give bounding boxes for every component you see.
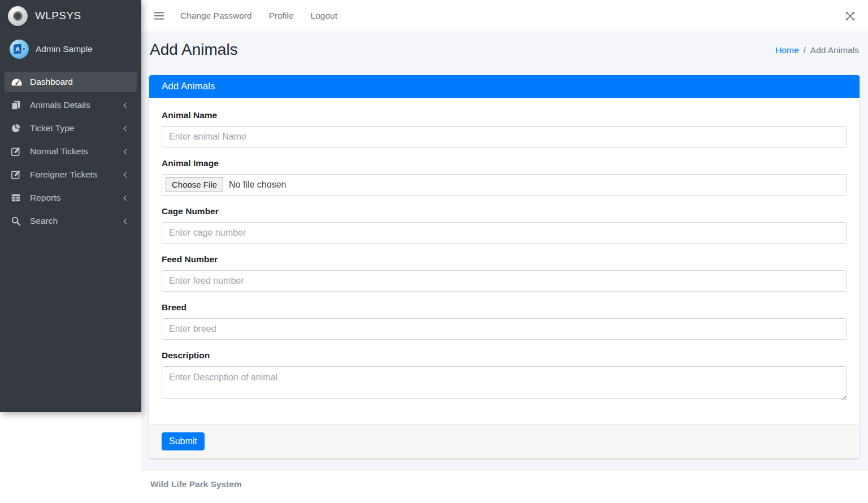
form-group-feed-number: Feed Number xyxy=(162,254,847,292)
sidebar-item-normal-tickets[interactable]: Normal Tickets xyxy=(5,141,137,162)
add-animals-card: Add Animals Animal Name Animal Image Cho… xyxy=(149,75,860,458)
sidebar-item-label: Animals Details xyxy=(30,100,124,110)
feed-number-label: Feed Number xyxy=(162,254,847,264)
animal-name-label: Animal Name xyxy=(162,110,847,120)
choose-file-button[interactable]: Choose File xyxy=(166,177,223,192)
footer-text: Wild Life Park System xyxy=(150,479,242,489)
breadcrumb-separator: / xyxy=(804,45,806,55)
page-title: Add Animals xyxy=(150,41,238,59)
edit-icon xyxy=(11,147,28,156)
expand-icon[interactable] xyxy=(845,11,855,21)
animal-image-file-input[interactable]: Choose File No file chosen xyxy=(162,174,847,196)
sidebar-nav: Dashboard Animals Details Ticket Type No… xyxy=(0,67,141,239)
chevron-left-icon xyxy=(124,218,129,224)
chevron-left-icon xyxy=(124,125,129,131)
submit-button[interactable]: Submit xyxy=(162,432,205,450)
breed-label: Breed xyxy=(162,302,847,313)
navbar-link-profile[interactable]: Profile xyxy=(261,6,302,25)
gear-icon xyxy=(21,47,26,51)
avatar: A xyxy=(10,40,29,59)
sidebar-item-foreigner-tickets[interactable]: Foreigner Tickets xyxy=(5,164,137,185)
user-panel[interactable]: A Admin Sample xyxy=(0,32,141,67)
cage-number-input[interactable] xyxy=(162,222,847,244)
form-group-breed: Breed xyxy=(162,302,847,340)
sidebar-item-dashboard[interactable]: Dashboard xyxy=(5,72,137,92)
pie-chart-icon xyxy=(11,124,28,133)
navbar-link-logout[interactable]: Logout xyxy=(302,6,346,25)
breadcrumb: Home / Add Animals xyxy=(775,45,859,55)
animal-name-input[interactable] xyxy=(162,126,847,148)
breadcrumb-current: Add Animals xyxy=(810,45,859,55)
feed-number-input[interactable] xyxy=(162,270,847,292)
animal-image-label: Animal Image xyxy=(162,158,847,168)
sidebar-item-label: Reports xyxy=(30,193,124,203)
chevron-left-icon xyxy=(124,102,129,108)
avatar-letter: A xyxy=(14,44,21,54)
content-wrapper: Add Animals Home / Add Animals Add Anima… xyxy=(141,32,868,470)
description-textarea[interactable] xyxy=(162,366,847,399)
cage-number-label: Cage Number xyxy=(162,206,847,216)
card-footer: Submit xyxy=(149,424,860,458)
chevron-left-icon xyxy=(124,195,129,201)
main-footer: Wild Life Park System xyxy=(141,470,868,503)
park-logo-icon xyxy=(8,6,28,26)
card-body: Animal Name Animal Image Choose File No … xyxy=(149,98,860,424)
description-textarea-wrap xyxy=(162,366,847,401)
sidebar-item-animals-details[interactable]: Animals Details xyxy=(5,95,137,115)
navbar-link-change-password[interactable]: Change Password xyxy=(172,6,261,25)
sidebar-item-reports[interactable]: Reports xyxy=(5,188,137,208)
edit-icon xyxy=(11,170,28,179)
top-navbar: Change Password Profile Logout xyxy=(141,0,868,32)
sidebar-item-label: Normal Tickets xyxy=(30,146,124,157)
content-header: Add Animals Home / Add Animals xyxy=(141,32,868,59)
sidebar-item-ticket-type[interactable]: Ticket Type xyxy=(5,118,137,138)
form-group-animal-name: Animal Name xyxy=(162,110,847,148)
form-group-cage-number: Cage Number xyxy=(162,206,847,244)
brand-link[interactable]: WLPSYS xyxy=(0,0,141,32)
brand-title: WLPSYS xyxy=(35,10,81,22)
file-status-text: No file chosen xyxy=(229,180,286,190)
form-group-description: Description xyxy=(162,350,847,401)
copy-icon xyxy=(11,101,28,110)
card-header: Add Animals xyxy=(149,75,860,98)
sidebar-item-label: Search xyxy=(30,216,124,226)
sidebar-item-search[interactable]: Search xyxy=(5,211,137,231)
chevron-left-icon xyxy=(124,172,129,177)
user-name: Admin Sample xyxy=(36,44,93,54)
form-group-animal-image: Animal Image Choose File No file chosen xyxy=(162,158,847,196)
sidebar-item-label: Dashboard xyxy=(30,77,131,87)
sidebar-item-label: Ticket Type xyxy=(30,123,124,133)
breed-input[interactable] xyxy=(162,318,847,340)
search-icon xyxy=(11,216,28,226)
tachometer-icon xyxy=(11,78,28,86)
sidebar-item-label: Foreigner Tickets xyxy=(30,170,124,180)
description-label: Description xyxy=(162,350,847,361)
breadcrumb-home-link[interactable]: Home xyxy=(775,45,798,55)
chevron-left-icon xyxy=(124,149,129,154)
hamburger-icon[interactable] xyxy=(154,12,164,20)
table-icon xyxy=(11,194,28,202)
sidebar: WLPSYS A Admin Sample Dashboard Animals … xyxy=(0,0,141,412)
